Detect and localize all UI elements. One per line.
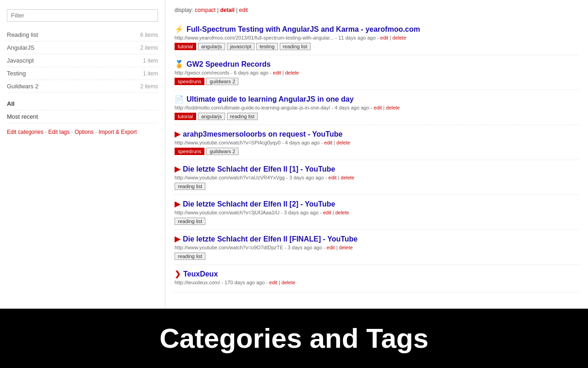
- item-delete-link[interactable]: delete: [392, 35, 406, 40]
- display-bar: display: compact | detail | edit: [175, 7, 579, 13]
- item-tags: reading list: [175, 218, 579, 225]
- item-title[interactable]: ❯ TeuxDeux: [175, 270, 579, 278]
- item-title[interactable]: ⚡ Full-Spectrum Testing with AngularJS a…: [175, 25, 579, 34]
- all-label: All: [7, 100, 15, 107]
- item-meta: http://www.youtube.com/watch?v=o9O7dIDpz…: [175, 245, 579, 250]
- category-count: 2 items: [140, 83, 158, 90]
- item-url: http://teuxdeux.com/: [175, 280, 220, 285]
- tag[interactable]: tutorial: [175, 43, 196, 50]
- action-edit-categories[interactable]: Edit categories: [7, 129, 43, 135]
- item-meta: http://toddmotto.com/ultimate-guide-to-l…: [175, 105, 579, 110]
- tag[interactable]: angularjs: [198, 43, 225, 50]
- list-item: 📄 Ultimate guide to learning AngularJS i…: [175, 90, 579, 125]
- item-edit-link[interactable]: edit: [324, 140, 333, 145]
- item-delete-link[interactable]: delete: [336, 140, 350, 145]
- category-list: Reading list 6 items AngularJS 2 items J…: [7, 29, 158, 93]
- item-delete-link[interactable]: delete: [285, 70, 299, 75]
- item-edit-link[interactable]: edit: [273, 70, 281, 75]
- display-detail[interactable]: detail: [220, 7, 234, 13]
- item-delete-link[interactable]: delete: [282, 280, 295, 285]
- sidebar-item-most-recent[interactable]: Most recent: [7, 110, 158, 123]
- item-delete-link[interactable]: delete: [341, 175, 355, 180]
- item-edit-link[interactable]: edit: [269, 280, 277, 285]
- item-url: http://www.yearofmoo.com/2013/01/full-sp…: [175, 35, 334, 40]
- category-count: 6 items: [140, 32, 158, 38]
- action-options[interactable]: Options: [74, 129, 93, 135]
- youtube-icon: ▶: [175, 200, 180, 208]
- item-list: ⚡ Full-Spectrum Testing with AngularJS a…: [175, 20, 579, 293]
- action-import-&-export[interactable]: Import & Export: [98, 129, 136, 135]
- tag[interactable]: reading list: [175, 183, 205, 190]
- medal-icon: 🏅: [175, 60, 184, 69]
- sidebar-item-testing[interactable]: Testing 1 item: [7, 67, 158, 80]
- tag[interactable]: reading list: [280, 43, 311, 50]
- item-title-text: Full-Spectrum Testing with AngularJS and…: [187, 25, 420, 34]
- list-item: 🏅 GW2 Speedrun Records http://gwscr.com/…: [175, 55, 579, 90]
- item-url: http://www.youtube.com/watch?v=3jUfJAaa1…: [175, 210, 279, 215]
- item-title[interactable]: ▶ Die letzte Schlacht der Elfen II [2] -…: [175, 200, 579, 208]
- tag[interactable]: angularjs: [198, 113, 225, 120]
- sidebar-item-angularjs[interactable]: AngularJS 2 items: [7, 41, 158, 54]
- tag[interactable]: guildwars 2: [206, 148, 238, 155]
- sidebar-actions: Edit categories - Edit tags - Options - …: [7, 129, 158, 135]
- banner: Categories and Tags: [0, 309, 588, 368]
- display-compact[interactable]: compact: [195, 7, 215, 13]
- item-edit-link[interactable]: edit: [323, 210, 331, 215]
- tag[interactable]: reading list: [175, 218, 205, 225]
- tag[interactable]: tutorial: [175, 113, 196, 120]
- most-recent-label: Most recent: [7, 113, 38, 120]
- list-item: ▶ arahp3mesmersoloorbs on request - YouT…: [175, 125, 579, 160]
- item-title[interactable]: 📄 Ultimate guide to learning AngularJS i…: [175, 95, 579, 104]
- item-title[interactable]: 🏅 GW2 Speedrun Records: [175, 60, 579, 69]
- list-item: ❯ TeuxDeux http://teuxdeux.com/ - 170 da…: [175, 265, 579, 293]
- item-title-text: Die letzte Schlacht der Elfen II [1] - Y…: [183, 165, 335, 173]
- display-edit[interactable]: edit: [239, 7, 248, 13]
- sidebar-item-reading-list[interactable]: Reading list 6 items: [7, 29, 158, 41]
- banner-text: Categories and Tags: [159, 323, 429, 354]
- item-title[interactable]: ▶ Die letzte Schlacht der Elfen II [1] -…: [175, 165, 579, 173]
- bolt-icon: ⚡: [175, 25, 184, 34]
- item-url: http://www.youtube.com/watch?v=o9O7dIDpz…: [175, 245, 283, 250]
- filter-input[interactable]: [7, 9, 158, 22]
- tag[interactable]: guildwars 2: [206, 78, 238, 85]
- list-item: ▶ Die letzte Schlacht der Elfen II [2] -…: [175, 195, 579, 230]
- tag[interactable]: testing: [256, 43, 277, 50]
- item-meta: http://gwscr.com/records - 6 days ago ag…: [175, 70, 579, 75]
- item-edit-link[interactable]: edit: [328, 175, 337, 180]
- item-title-text: Die letzte Schlacht der Elfen II [2] - Y…: [183, 200, 335, 208]
- item-edit-link[interactable]: edit: [374, 105, 382, 110]
- list-item: ▶ Die letzte Schlacht der Elfen II [1] -…: [175, 160, 579, 195]
- item-edit-link[interactable]: edit: [380, 35, 389, 40]
- list-item: ⚡ Full-Spectrum Testing with AngularJS a…: [175, 20, 579, 55]
- tag[interactable]: speedruns: [175, 148, 204, 155]
- youtube-icon: ▶: [175, 235, 180, 243]
- sidebar-item-all[interactable]: All: [7, 98, 158, 110]
- category-name: Guildwars 2: [7, 83, 39, 90]
- sidebar-item-javascript[interactable]: Javascript 1 item: [7, 54, 158, 67]
- tag[interactable]: reading list: [227, 113, 258, 120]
- item-title[interactable]: ▶ Die letzte Schlacht der Elfen II [FINA…: [175, 235, 579, 243]
- tag[interactable]: reading list: [175, 253, 205, 260]
- item-meta: http://teuxdeux.com/ - 170 days ago ago …: [175, 280, 579, 285]
- item-meta: http://www.youtube.com/watch?v=SPl4cg0yq…: [175, 140, 579, 145]
- item-url: http://www.youtube.com/watch?v=aUzVR4YxV…: [175, 175, 285, 180]
- item-tags: speedrunsguildwars 2: [175, 148, 579, 155]
- item-tags: tutorialangularjsjavascripttestingreadin…: [175, 43, 579, 50]
- tag[interactable]: speedruns: [175, 78, 204, 85]
- action-edit-tags[interactable]: Edit tags: [48, 129, 70, 135]
- item-title-text: Ultimate guide to learning AngularJS in …: [187, 95, 354, 104]
- item-delete-link[interactable]: delete: [339, 245, 353, 250]
- item-title-text: arahp3mesmersoloorbs on request - YouTub…: [183, 130, 343, 138]
- item-delete-link[interactable]: delete: [386, 105, 400, 110]
- display-label: display:: [175, 7, 193, 13]
- item-delete-link[interactable]: delete: [335, 210, 349, 215]
- item-title[interactable]: ▶ arahp3mesmersoloorbs on request - YouT…: [175, 130, 579, 138]
- sidebar-item-guildwars-2[interactable]: Guildwars 2 2 items: [7, 80, 158, 93]
- category-count: 1 item: [143, 58, 158, 64]
- item-meta: http://www.yearofmoo.com/2013/01/full-sp…: [175, 35, 579, 40]
- category-name: Testing: [7, 70, 26, 77]
- item-url: http://www.youtube.com/watch?v=SPl4cg0yq…: [175, 140, 281, 145]
- item-edit-link[interactable]: edit: [327, 245, 335, 250]
- tag[interactable]: javascript: [227, 43, 254, 50]
- item-title-text: Die letzte Schlacht der Elfen II [FINALE…: [183, 235, 357, 243]
